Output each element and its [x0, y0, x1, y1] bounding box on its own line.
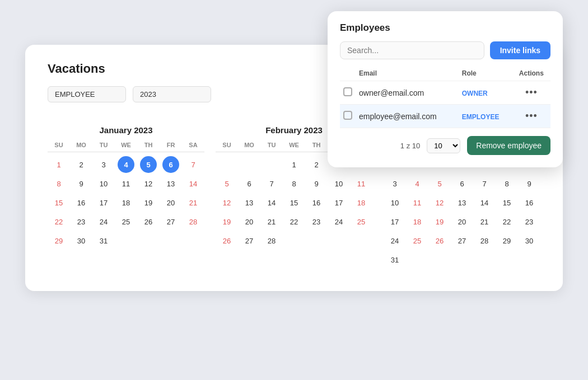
- cal-cell[interactable]: 27: [162, 213, 179, 230]
- cal-cell[interactable]: 12: [140, 175, 157, 192]
- cal-cell[interactable]: 20: [454, 213, 470, 230]
- cal-cell[interactable]: [498, 251, 515, 268]
- year-filter[interactable]: 2023: [133, 86, 211, 102]
- cal-cell[interactable]: 29: [498, 232, 515, 249]
- cal-cell[interactable]: [118, 232, 134, 249]
- cal-cell[interactable]: 10: [386, 194, 403, 211]
- cal-cell[interactable]: [409, 251, 426, 268]
- cal-cell[interactable]: 15: [50, 194, 67, 211]
- cal-cell[interactable]: 27: [454, 232, 470, 249]
- cal-cell[interactable]: 26: [218, 232, 235, 249]
- cal-cell[interactable]: 24: [386, 232, 403, 249]
- cal-cell[interactable]: 23: [308, 213, 325, 230]
- cal-cell[interactable]: 6: [241, 175, 258, 192]
- cal-cell[interactable]: 4: [118, 156, 134, 173]
- cal-cell[interactable]: 23: [73, 213, 90, 230]
- cal-cell[interactable]: 7: [185, 156, 202, 173]
- cal-cell[interactable]: 5: [218, 175, 235, 192]
- cal-cell[interactable]: [308, 232, 325, 249]
- cal-cell[interactable]: 21: [263, 213, 280, 230]
- cal-cell[interactable]: 19: [218, 213, 235, 230]
- cal-cell[interactable]: 25: [353, 213, 370, 230]
- cal-cell[interactable]: 9: [73, 175, 90, 192]
- cal-cell[interactable]: 19: [140, 194, 157, 211]
- cal-cell[interactable]: 18: [353, 194, 370, 211]
- cal-cell[interactable]: 9: [521, 175, 538, 192]
- cal-cell[interactable]: 11: [409, 194, 426, 211]
- cal-cell[interactable]: 11: [118, 175, 134, 192]
- cal-cell[interactable]: 13: [241, 194, 258, 211]
- cal-cell[interactable]: 1: [286, 156, 302, 173]
- remove-employee-button[interactable]: Remove employee: [467, 136, 550, 155]
- cal-cell[interactable]: 2: [73, 156, 90, 173]
- cal-cell[interactable]: [140, 232, 157, 249]
- cal-cell[interactable]: 20: [241, 213, 258, 230]
- cal-cell[interactable]: 10: [330, 175, 347, 192]
- cal-cell[interactable]: 25: [409, 232, 426, 249]
- cal-cell[interactable]: 16: [521, 194, 538, 211]
- cal-cell[interactable]: [241, 156, 258, 173]
- checkbox-owner[interactable]: [343, 87, 352, 96]
- cal-cell[interactable]: 10: [95, 175, 112, 192]
- cal-cell[interactable]: [476, 251, 493, 268]
- cal-cell[interactable]: 13: [162, 175, 179, 192]
- cal-cell[interactable]: 26: [431, 232, 448, 249]
- cal-cell[interactable]: 24: [95, 213, 112, 230]
- cal-cell[interactable]: 14: [263, 194, 280, 211]
- cal-cell[interactable]: 18: [409, 213, 426, 230]
- cal-cell[interactable]: 21: [185, 194, 202, 211]
- cal-cell[interactable]: [286, 232, 302, 249]
- cal-cell[interactable]: 20: [162, 194, 179, 211]
- cal-cell[interactable]: 31: [95, 232, 112, 249]
- search-input[interactable]: [340, 41, 484, 59]
- cal-cell[interactable]: 29: [50, 232, 67, 249]
- cal-cell[interactable]: 23: [521, 213, 538, 230]
- page-size-select[interactable]: 10 25 50: [427, 138, 460, 153]
- cal-cell[interactable]: 11: [353, 175, 370, 192]
- cal-cell[interactable]: 18: [118, 194, 134, 211]
- cal-cell[interactable]: 5: [431, 175, 448, 192]
- cal-cell[interactable]: 4: [409, 175, 426, 192]
- cal-cell[interactable]: 5: [140, 156, 157, 173]
- cal-cell[interactable]: 19: [431, 213, 448, 230]
- cal-cell[interactable]: 1: [50, 156, 67, 173]
- cal-cell[interactable]: 17: [386, 213, 403, 230]
- cal-cell[interactable]: 22: [50, 213, 67, 230]
- cal-cell[interactable]: 28: [185, 213, 202, 230]
- cal-cell[interactable]: 24: [330, 213, 347, 230]
- cal-cell[interactable]: 6: [454, 175, 470, 192]
- cal-cell[interactable]: 13: [454, 194, 470, 211]
- cal-cell[interactable]: 22: [498, 213, 515, 230]
- cal-cell[interactable]: 31: [386, 251, 403, 268]
- cal-cell[interactable]: 30: [73, 232, 90, 249]
- cal-cell[interactable]: 7: [263, 175, 280, 192]
- cal-cell[interactable]: [263, 156, 280, 173]
- cal-cell[interactable]: 3: [386, 175, 403, 192]
- cal-cell[interactable]: 16: [308, 194, 325, 211]
- cal-cell[interactable]: 12: [431, 194, 448, 211]
- cal-cell[interactable]: 15: [498, 194, 515, 211]
- cal-cell[interactable]: [454, 251, 470, 268]
- cal-cell[interactable]: 2: [308, 156, 325, 173]
- cal-cell[interactable]: [353, 232, 370, 249]
- cal-cell[interactable]: 8: [50, 175, 67, 192]
- cal-cell[interactable]: 30: [521, 232, 538, 249]
- cal-cell[interactable]: 12: [218, 194, 235, 211]
- cal-cell[interactable]: 16: [73, 194, 90, 211]
- cal-cell[interactable]: 8: [498, 175, 515, 192]
- cal-cell[interactable]: 21: [476, 213, 493, 230]
- cal-cell[interactable]: 7: [476, 175, 493, 192]
- cal-cell[interactable]: 9: [308, 175, 325, 192]
- cal-cell[interactable]: 26: [140, 213, 157, 230]
- cal-cell[interactable]: 14: [185, 175, 202, 192]
- cal-cell[interactable]: 14: [476, 194, 493, 211]
- cal-cell[interactable]: 22: [286, 213, 302, 230]
- cal-cell[interactable]: 25: [118, 213, 134, 230]
- cal-cell[interactable]: 17: [330, 194, 347, 211]
- checkbox-employee[interactable]: [343, 111, 352, 120]
- cal-cell[interactable]: [218, 156, 235, 173]
- cal-cell[interactable]: [185, 232, 202, 249]
- cal-cell[interactable]: 8: [286, 175, 302, 192]
- cal-cell[interactable]: [330, 232, 347, 249]
- cal-cell[interactable]: 15: [286, 194, 302, 211]
